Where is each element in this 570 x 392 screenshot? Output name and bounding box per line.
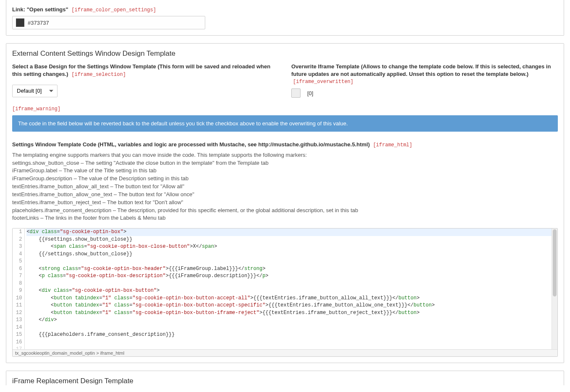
scrollbar-thumb[interactable]	[553, 229, 557, 296]
field-label-template-code: Settings Window Template Code (HTML, var…	[12, 141, 558, 148]
description-line: iFrameGroup.description – The value of t…	[12, 175, 558, 183]
template-code-description: The templating engine supports markers t…	[12, 151, 558, 223]
field-label-overwrite: Overwrite Iframe Template (Allows to cha…	[291, 63, 558, 85]
panel-external-content-template: External Content Settings Window Design …	[6, 43, 564, 363]
field-overwrite-template: Overwrite Iframe Template (Allows to cha…	[291, 63, 558, 98]
overwrite-checkbox[interactable]	[291, 88, 301, 98]
tech-tag-warning: [iframe_warning]	[12, 106, 60, 112]
label-text: Overwrite Iframe Template (Allows to cha…	[291, 63, 551, 77]
panel-link-open-settings: Link: "Open settings" [iframe_color_open…	[6, 0, 564, 36]
field-base-design: Select a Base Design for the Settings Wi…	[12, 63, 279, 98]
iframe-warning-block: [iframe_warning] The code in the field b…	[12, 105, 558, 132]
description-line: textEntries.iframe_button_allow_all_text…	[12, 183, 558, 191]
label-text: Settings Window Template Code (HTML, var…	[12, 141, 370, 148]
tech-tag: [iframe_selection]	[71, 72, 126, 78]
label-text: Link: "Open settings"	[12, 6, 68, 13]
description-line: The templating engine supports markers t…	[12, 151, 558, 159]
alert-info: The code in the field below will be reve…	[12, 115, 558, 132]
select-wrap: Default [0]	[12, 85, 58, 97]
description-line: textEntries.iframe_button_allow_one_text…	[12, 191, 558, 199]
editor-gutter: 1234567891011121314151617	[13, 228, 25, 349]
overwrite-checkbox-wrap: [0]	[291, 88, 558, 98]
tech-tag: [iframe_overwritten]	[293, 79, 353, 85]
field-label-open-settings: Link: "Open settings" [iframe_color_open…	[12, 6, 558, 13]
base-design-select[interactable]: Default [0]	[12, 85, 58, 97]
code-editor[interactable]: 1234567891011121314151617 <div class="sg…	[12, 228, 558, 357]
tech-tag: [iframe_color_open_settings]	[71, 7, 156, 13]
color-swatch-icon[interactable]	[16, 18, 24, 27]
section-title-replacement: iFrame Replacement Design Template	[12, 377, 558, 385]
field-label-base-design: Select a Base Design for the Settings Wi…	[12, 63, 279, 78]
description-line: textEntries.iframe_button_reject_text – …	[12, 199, 558, 207]
editor-scrollbar[interactable]	[552, 228, 557, 349]
label-text: Select a Base Design for the Settings Wi…	[12, 63, 270, 77]
panel-iframe-replacement: iFrame Replacement Design Template	[6, 371, 564, 385]
color-input[interactable]	[12, 16, 205, 29]
description-line: placeholders.iframe_consent_description …	[12, 207, 558, 215]
section-title: External Content Settings Window Design …	[12, 49, 558, 58]
tech-tag: [iframe_html]	[373, 142, 413, 148]
row-base-overwrite: Select a Base Design for the Settings Wi…	[12, 63, 558, 98]
color-hex-input[interactable]	[28, 20, 201, 26]
editor-code-area[interactable]: <div class="sg-cookie-optin-box"> {{#set…	[25, 228, 557, 349]
description-line: footerLinks – The links in the footer fr…	[12, 214, 558, 222]
description-line: settings.show_button_close – The setting…	[12, 159, 558, 167]
overwrite-value: [0]	[307, 90, 313, 96]
editor-status-bar: tx_sgcookieoptin_domain_model_optin > if…	[13, 349, 557, 356]
description-line: iFrameGroup.label – The value of the Tit…	[12, 167, 558, 175]
